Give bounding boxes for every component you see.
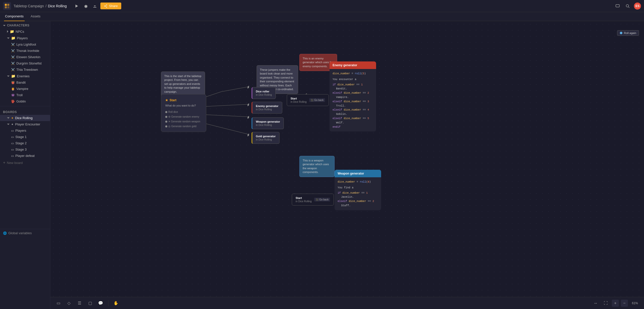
add-list-button[interactable]: ☰ [75, 299, 84, 307]
weapon-code-panel[interactable]: Weapon generator dice_number = roll(8) Y… [335, 170, 381, 210]
expand-icon [7, 117, 10, 119]
sidebar-item-players-board[interactable]: ▭ Players [0, 127, 50, 134]
breadcrumb-current: Dice Rolling [48, 4, 67, 8]
global-variables-button[interactable]: 🌐 Global variables [0, 229, 50, 237]
node-title: Start [296, 196, 312, 199]
share-button[interactable]: Share [100, 3, 121, 9]
go-back-label: Go back [314, 99, 324, 101]
boards-label: Boards [3, 110, 17, 114]
svg-marker-22 [248, 133, 249, 136]
tooltip-text: This is a weapon generator which uses th… [303, 159, 329, 174]
jumper-title: Gold generator [256, 135, 276, 138]
start-node[interactable]: ★ Start What do you want to do? Roll dic… [161, 94, 206, 132]
svg-line-15 [221, 87, 249, 92]
enemy-name: Vampire [16, 87, 28, 91]
zoom-out-button[interactable]: − [621, 300, 628, 307]
enemy-name: Troll [16, 93, 23, 97]
sidebar-item-lyra[interactable]: ⚔️ Lyra Lightfoot [0, 41, 50, 48]
panel-title: Enemy generator [333, 63, 357, 67]
players-group-label: Players [17, 36, 28, 40]
sidebar-item-dice-rolling[interactable]: ✦ Dice Rolling [0, 115, 50, 121]
expand-icon [7, 124, 10, 125]
sidebar-item-thia[interactable]: ⚔️ Thia Treedown [0, 66, 50, 73]
enemies-group-label: Enemies [17, 74, 30, 78]
divider [0, 106, 50, 106]
sidebar-item-elowen[interactable]: ⚔️ Elowen Silverkin [0, 54, 50, 60]
svg-rect-3 [7, 6, 9, 8]
svg-line-18 [199, 122, 249, 134]
tabs-bar: Components Assets [0, 12, 644, 21]
download-button[interactable] [91, 3, 98, 10]
board-name: Dice Rolling [15, 116, 32, 120]
sidebar-item-thorak[interactable]: ⚔️ Thorak Ironhide [0, 48, 50, 54]
zoom-in-button[interactable]: + [612, 300, 619, 307]
svg-point-12 [626, 5, 629, 7]
jumper-sub: in Dice Rolling [256, 108, 278, 111]
sidebar-item-troll[interactable]: 👾 Troll [0, 92, 50, 98]
node-title: Start [291, 97, 307, 100]
expand-icon [7, 30, 8, 33]
svg-rect-1 [7, 4, 9, 6]
jumper-enemy-generator[interactable]: Enemy generator in Dice Rolling [252, 102, 282, 114]
add-comment-button[interactable]: 💬 [97, 299, 105, 307]
sidebar-item-stage3[interactable]: ▭ Stage 3 [0, 146, 50, 153]
jumper-dice-roller[interactable]: Dice roller in Dice Rolling [252, 87, 276, 99]
player-name: Durgrim Stonefist [16, 61, 42, 65]
canvas[interactable]: This is the start of the tabletop projec… [50, 21, 644, 309]
panel-body: dice_number = roll(5) You encounter a if… [330, 69, 376, 131]
share-label: Share [109, 4, 118, 8]
chat-button[interactable] [614, 2, 621, 10]
user-avatar[interactable]: ES [634, 3, 641, 10]
svg-line-10 [105, 6, 107, 7]
start-node-content: What do you want to do? [165, 104, 202, 107]
sidebar-item-players-group[interactable]: 📁 Players [0, 35, 50, 41]
sidebar-item-durgrim[interactable]: ⚔️ Durgrim Stonefist [0, 60, 50, 66]
sidebar-section-boards: Boards [0, 108, 50, 115]
sidebar-item-player-defeat[interactable]: ▭ Player defeat [0, 153, 50, 159]
fit-view-button[interactable]: ↔ [592, 299, 600, 307]
add-rectangle-button[interactable]: ▭ [54, 299, 62, 307]
chevron-icon [3, 25, 6, 26]
node-sub: in Dice Rolling [291, 100, 307, 103]
hand-tool-button[interactable]: ✋ [112, 299, 120, 307]
tab-components[interactable]: Components [4, 12, 25, 21]
sidebar-item-bandit[interactable]: 👹 Bandit [0, 79, 50, 86]
go-back-label: Go back [319, 198, 329, 201]
settings-button[interactable] [82, 3, 89, 10]
npcs-label: NPCs [16, 30, 24, 33]
sidebar: Characters 📁 NPCs 📁 Players ⚔️ Lyra Ligh… [0, 21, 50, 309]
jumper-gold-generator[interactable]: Gold generator in Dice Rolling [252, 132, 279, 144]
breadcrumb-parent[interactable]: Tabletop Campaign [14, 4, 44, 8]
start-back-node-2[interactable]: Start in Dice Rolling ⬛ Go back [292, 194, 334, 205]
enemy-name: Bandit [16, 81, 26, 84]
jumper-weapon-generator[interactable]: Weapon generator in Dice Rolling [252, 117, 284, 129]
play-button[interactable] [73, 3, 80, 10]
expand-icon [7, 38, 10, 39]
sidebar-item-goblin[interactable]: 👺 Goblin [0, 98, 50, 105]
sidebar-item-stage1[interactable]: ▭ Stage 1 [0, 134, 50, 140]
enemy-code-panel[interactable]: Enemy generator dice_number = roll(5) Yo… [330, 61, 376, 131]
sidebar-item-vampire[interactable]: 🧛 Vampire [0, 86, 50, 92]
characters-label: Characters [7, 24, 29, 27]
tab-assets[interactable]: Assets [30, 12, 42, 21]
svg-marker-19 [248, 86, 249, 89]
connection-roll: Roll dice [168, 111, 178, 113]
breadcrumb: Tabletop Campaign / Dice Rolling [14, 4, 67, 8]
sidebar-item-enemies-group[interactable]: 📁 Enemies [0, 73, 50, 79]
fullscreen-button[interactable]: ⛶ [602, 299, 610, 307]
connection-weapon: ✕ Generate random weapon [168, 120, 200, 123]
search-button[interactable] [624, 2, 631, 10]
global-vars-label: Global variables [8, 231, 32, 235]
add-board-button[interactable]: + New board [0, 159, 50, 166]
add-diamond-button[interactable]: ◇ [65, 299, 73, 307]
board-sub-label: Stage 3 [15, 148, 27, 151]
sidebar-section-characters: Characters [0, 21, 50, 28]
sidebar-item-npcs[interactable]: 📁 NPCs [0, 28, 50, 35]
start-back-node-1[interactable]: Start in Dice Rolling ⬛ Go back [287, 94, 329, 106]
sidebar-item-player-encounter[interactable]: ✦ Player Encounter [0, 121, 50, 127]
add-note-button[interactable]: ▢ [86, 299, 94, 307]
roll-again-label: Roll again [624, 31, 636, 35]
svg-rect-0 [5, 4, 7, 6]
node-sub: in Dice Rolling [296, 200, 312, 203]
sidebar-item-stage2[interactable]: ▭ Stage 2 [0, 140, 50, 146]
